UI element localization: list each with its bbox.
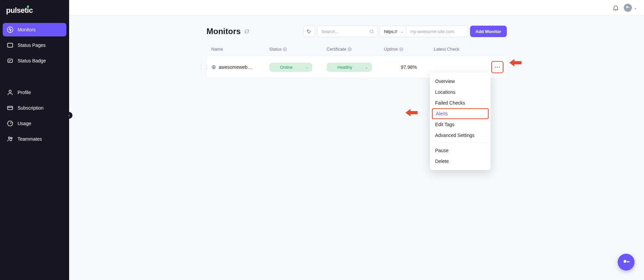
chevron-down-icon: ⌄ [634, 5, 637, 10]
help-icon[interactable]: ? [283, 47, 287, 51]
sidebar-item-label: Subscription [18, 105, 43, 111]
sidebar-collapse-button[interactable]: ‹ [66, 112, 72, 119]
chevron-down-icon: ⌄ [305, 65, 308, 69]
svg-point-9 [628, 7, 630, 8]
th-certificate: Certificate ? [327, 47, 384, 52]
dd-item-failed-checks[interactable]: Failed Checks [430, 97, 491, 108]
dd-item-overview[interactable]: Overview [430, 76, 491, 87]
certificate-pill[interactable]: Healthy ⌄ [327, 63, 372, 72]
chat-icon [622, 258, 631, 267]
pulse-icon [7, 26, 13, 33]
site-url-input[interactable] [406, 26, 468, 37]
gauge-icon [7, 120, 13, 127]
sidebar-item-label: Usage [18, 121, 31, 126]
cell-status: Online ⌄ [269, 63, 327, 72]
th-status: Status ? [269, 47, 327, 52]
svg-point-6 [8, 137, 10, 139]
add-monitor-button[interactable]: Add Monitor [470, 26, 507, 37]
svg-rect-4 [8, 106, 13, 110]
badge-icon [7, 57, 13, 64]
team-icon [7, 136, 13, 142]
help-icon[interactable]: ? [348, 47, 352, 51]
sidebar-item-usage[interactable]: Usage [3, 117, 66, 130]
svg-point-14 [497, 67, 498, 68]
sidebar-item-label: Teammates [18, 136, 42, 142]
main: ⌄ Monitors [69, 0, 644, 280]
row-actions-dropdown: Overview Locations Failed Checks Alerts … [430, 73, 491, 170]
svg-rect-18 [627, 261, 630, 262]
dots-horizontal-icon [495, 66, 500, 68]
cell-certificate: Healthy ⌄ [327, 63, 384, 72]
help-icon[interactable]: ? [399, 47, 403, 51]
content: Monitors https:// ⌄ [69, 16, 644, 280]
th-latest-check: Latest Check [434, 47, 502, 52]
dd-item-alerts[interactable]: Alerts [432, 108, 489, 119]
sidebar-item-label: Status Pages [18, 43, 46, 48]
svg-point-8 [626, 6, 628, 8]
chat-fab[interactable] [618, 254, 635, 271]
avatar-user-icon [625, 5, 631, 10]
sidebar-item-monitors[interactable]: Monitors [3, 23, 66, 36]
logo-dot-icon [27, 5, 29, 7]
sidebar-item-teammates[interactable]: Teammates [3, 132, 66, 146]
dropdown-separator [434, 143, 487, 143]
user-menu[interactable]: ⌄ [624, 4, 637, 12]
header-row: Monitors https:// ⌄ [207, 26, 507, 37]
svg-point-11 [370, 30, 373, 33]
nav-secondary: Profile Subscription Usage Teammates [0, 86, 69, 148]
sidebar-item-status-pages[interactable]: Status Pages [3, 38, 66, 52]
th-uptime: Uptime ? [384, 47, 434, 52]
cell-name: awesomewebs... [211, 64, 269, 70]
chevron-down-icon: ⌄ [401, 30, 403, 33]
sidebar-item-label: Status Badge [18, 58, 46, 63]
dd-item-advanced[interactable]: Advanced Settings [430, 130, 491, 141]
sidebar-item-label: Monitors [18, 27, 36, 32]
refresh-icon[interactable] [244, 29, 250, 34]
monitor-name: awesomewebs... [219, 64, 253, 70]
svg-point-16 [623, 260, 626, 263]
page-title: Monitors [207, 27, 241, 36]
tag-filter-button[interactable] [303, 26, 315, 37]
row-actions-button[interactable] [491, 61, 503, 73]
avatar [624, 4, 632, 12]
chevron-left-icon: ‹ [68, 113, 70, 117]
toolbar: https:// ⌄ Add Monitor [303, 26, 507, 37]
dd-item-pause[interactable]: Pause [430, 145, 491, 156]
search-input[interactable] [317, 26, 378, 37]
nav-primary: Monitors Status Pages Status Badge [0, 23, 69, 69]
monitors-table: Name Status ? Certificate ? Uptime ? Lat… [207, 43, 507, 78]
window-icon [7, 42, 13, 49]
annotation-arrow-icon [509, 59, 522, 66]
sidebar-item-label: Profile [18, 90, 31, 95]
protocol-select[interactable]: https:// ⌄ [380, 26, 406, 37]
sidebar: pulsetic Monitors Status Pages Status Ba… [0, 0, 69, 280]
svg-point-10 [308, 30, 308, 31]
chevron-down-icon: ⌄ [365, 65, 368, 69]
svg-point-7 [11, 137, 12, 139]
dd-item-locations[interactable]: Locations [430, 87, 491, 97]
topbar: ⌄ [69, 0, 644, 16]
sidebar-item-status-badge[interactable]: Status Badge [3, 54, 66, 67]
table-row-wrap: ⋮⋮ awesomewebs... Online ⌄ [207, 56, 507, 78]
drag-handle-icon[interactable]: ⋮⋮ [199, 64, 209, 71]
sidebar-item-profile[interactable]: Profile [3, 86, 66, 99]
dd-item-delete[interactable]: Delete [430, 156, 491, 167]
status-pill[interactable]: Online ⌄ [269, 63, 313, 72]
dd-item-edit-tags[interactable]: Edit Tags [430, 119, 491, 130]
bell-icon[interactable] [612, 4, 619, 11]
globe-icon [211, 65, 216, 69]
th-name: Name [211, 47, 269, 52]
search-icon [369, 29, 374, 34]
table-header-row: Name Status ? Certificate ? Uptime ? Lat… [207, 43, 507, 56]
logo: pulsetic [0, 0, 69, 23]
sidebar-item-subscription[interactable]: Subscription [3, 101, 66, 115]
svg-point-3 [9, 90, 11, 92]
tag-icon [306, 29, 312, 34]
svg-point-15 [499, 67, 500, 68]
svg-point-13 [495, 67, 496, 68]
cell-uptime: 97.98% [384, 64, 434, 70]
user-icon [7, 89, 13, 96]
annotation-arrow-icon [406, 109, 418, 116]
card-icon [7, 105, 13, 111]
cell-latest [434, 61, 502, 73]
